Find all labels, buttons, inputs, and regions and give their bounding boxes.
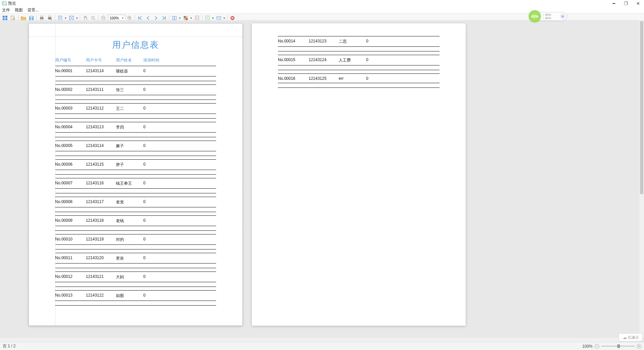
menu-background[interactable]: 背景... — [27, 7, 39, 13]
svg-rect-0 — [2, 1, 6, 5]
svg-rect-3 — [5, 16, 7, 18]
svg-rect-10 — [30, 16, 33, 18]
color-dropdown[interactable]: ▾ — [189, 16, 193, 20]
scale-dropdown[interactable]: ▾ — [75, 16, 78, 20]
page-setup-dropdown[interactable]: ▾ — [64, 16, 67, 20]
network-widget[interactable]: 43% 0K/s 0K/s ⊕ — [530, 12, 567, 21]
svg-rect-13 — [41, 16, 43, 17]
zoom-value: 100% — [110, 16, 119, 20]
svg-rect-6 — [11, 16, 14, 20]
menu-view[interactable]: 视图 — [15, 7, 23, 13]
email-dropdown[interactable]: ▾ — [222, 16, 226, 20]
svg-point-1 — [3, 2, 4, 3]
network-menu-icon[interactable]: ⊕ — [560, 14, 566, 19]
download-speed: 0K/s — [543, 16, 551, 20]
svg-point-19 — [92, 16, 94, 19]
svg-rect-11 — [30, 18, 32, 20]
svg-rect-2 — [3, 16, 5, 18]
app-icon — [2, 1, 7, 6]
svg-rect-29 — [175, 16, 176, 20]
svg-rect-28 — [172, 16, 174, 20]
close-button[interactable]: ✕ — [632, 0, 644, 7]
multipage-dropdown[interactable]: ▾ — [178, 16, 181, 20]
maximize-button[interactable]: ❐ — [620, 0, 632, 7]
window-title: 预览 — [8, 1, 16, 6]
minimize-button[interactable]: ━ — [608, 0, 620, 7]
titlebar: 预览 ━ ❐ ✕ — [0, 0, 644, 7]
svg-rect-16 — [49, 16, 51, 17]
menu-file[interactable]: 文件 — [2, 7, 10, 13]
network-percent-badge: 43% — [529, 10, 541, 22]
upload-speed: 0K/s — [543, 13, 551, 16]
export-dropdown[interactable]: ▾ — [211, 16, 214, 20]
svg-text:A: A — [196, 17, 198, 20]
svg-rect-31 — [184, 16, 186, 18]
network-stats: 0K/s 0K/s — [543, 13, 551, 20]
vertical-scrollbar[interactable] — [639, 20, 644, 23]
